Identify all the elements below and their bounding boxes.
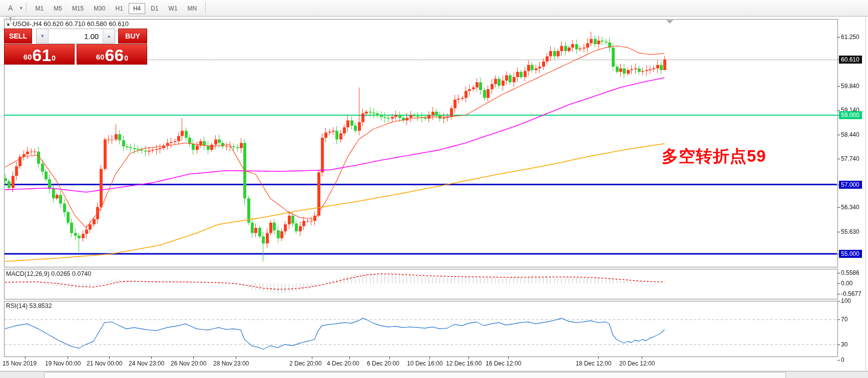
- text-label-icon[interactable]: A: [3, 2, 18, 14]
- buy-price-sup: 0: [124, 54, 128, 62]
- timeframe-button-mn[interactable]: MN: [183, 3, 202, 14]
- horizontal-scrollbar[interactable]: [0, 371, 868, 378]
- scrollbar-thumb[interactable]: [44, 372, 786, 378]
- price-axis-label: 57.000: [839, 181, 862, 189]
- timeframe-button-m30[interactable]: M30: [89, 3, 110, 14]
- rsi-axis-label: 100: [841, 297, 851, 304]
- price-axis-label: 57.740: [841, 155, 859, 162]
- volume-up-button[interactable]: ▲: [103, 29, 115, 43]
- toolbar: ╱╱E▦FAT▴▾ ▾ M1M5M15M30H1H4D1W1MN: [0, 0, 868, 17]
- date-axis-label: 10 Dec 16:00: [407, 360, 443, 367]
- date-axis-label: 4 Dec 20:00: [327, 360, 359, 367]
- buy-price-whole: 60: [96, 53, 105, 61]
- date-axis-label: 12 Dec 16:00: [446, 360, 482, 367]
- buy-price-panel[interactable]: 60 66 0: [77, 44, 147, 65]
- timeframe-button-h1[interactable]: H1: [111, 3, 128, 14]
- timeframe-button-h4[interactable]: H4: [129, 3, 145, 14]
- price-axis-label: 58.440: [841, 131, 859, 138]
- date-axis-label: 2 Dec 20:00: [289, 360, 322, 367]
- date-axis-label: 19 Nov 00:00: [45, 360, 81, 367]
- price-axis-label: 60.610: [839, 56, 862, 64]
- chevron-down-icon[interactable]: ▾: [20, 6, 23, 11]
- volume-input[interactable]: [49, 29, 103, 43]
- date-axis-label: 15 Nov 2019: [3, 360, 37, 367]
- macd-indicator-label: MACD(12,26,9) 0.0265 0.0740: [6, 270, 91, 277]
- sell-price-sup: 0: [52, 54, 56, 62]
- date-axis-label: 21 Nov 00:00: [87, 360, 122, 367]
- buy-button[interactable]: BUY: [118, 29, 147, 44]
- chart-annotation-text: 多空转折点59: [662, 145, 766, 168]
- timeframe-button-w1[interactable]: W1: [164, 3, 182, 14]
- timeframe-button-m5[interactable]: M5: [49, 3, 67, 14]
- date-axis-label: 24 Nov 23:00: [129, 360, 164, 367]
- toolbar-separator-2: [205, 3, 206, 14]
- sell-price-panel[interactable]: 60 61 0: [4, 44, 75, 65]
- price-axis-label: 55.000: [839, 250, 862, 258]
- price-axis-label: 61.250: [841, 34, 859, 41]
- rsi-axis-label: 0: [841, 356, 844, 363]
- rsi-indicator-label: RSI(14) 53.8532: [6, 302, 52, 309]
- price-axis-label: 55.630: [841, 228, 859, 235]
- price-axis-label: 59.000: [839, 111, 862, 119]
- date-axis-label: 16 Dec 12:00: [486, 360, 521, 367]
- sell-price-big: 61: [33, 48, 52, 63]
- symbol-ohlc-text: USOil-,H4 60.620 60.710 60.580 60.610: [13, 20, 129, 28]
- date-axis-label: 26 Nov 20:00: [171, 360, 206, 367]
- toolbar-separator: [26, 3, 27, 14]
- macd-axis-label: 0.00: [841, 280, 852, 287]
- volume-down-button[interactable]: ▼: [37, 29, 49, 43]
- macd-axis-label: -0.5677: [841, 290, 861, 297]
- symbol-ohlc-title: ▲USOil-,H4 60.620 60.710 60.580 60.610: [6, 20, 129, 28]
- macd-axis-label: 0.5586: [841, 269, 859, 276]
- rsi-axis-label: 70: [841, 316, 847, 323]
- date-axis-label: 6 Dec 20:00: [367, 360, 399, 367]
- text-box-icon[interactable]: T: [3, 14, 18, 26]
- price-axis-label: 56.340: [841, 204, 859, 211]
- price-axis-label: 59.840: [841, 83, 859, 90]
- sell-price-whole: 60: [24, 53, 32, 61]
- rsi-axis-label: 30: [841, 341, 847, 348]
- volume-stepper: ▼ ▲: [36, 29, 115, 44]
- timeframe-button-d1[interactable]: D1: [146, 3, 163, 14]
- timeframe-button-m15[interactable]: M15: [68, 3, 88, 14]
- buy-price-big: 66: [105, 48, 124, 63]
- sell-button[interactable]: SELL: [4, 29, 32, 44]
- date-axis-label: 28 Nov 23:00: [213, 360, 249, 367]
- date-axis-label: 20 Dec 12:00: [619, 360, 655, 367]
- one-click-trade-widget: SELL ▼ ▲ BUY 60 61 0 60 66 0: [4, 29, 147, 65]
- timeframe-button-group: M1M5M15M30H1H4D1W1MN: [31, 4, 202, 13]
- date-axis-label: 18 Dec 12:00: [576, 360, 611, 367]
- timeframe-button-m1[interactable]: M1: [31, 3, 49, 14]
